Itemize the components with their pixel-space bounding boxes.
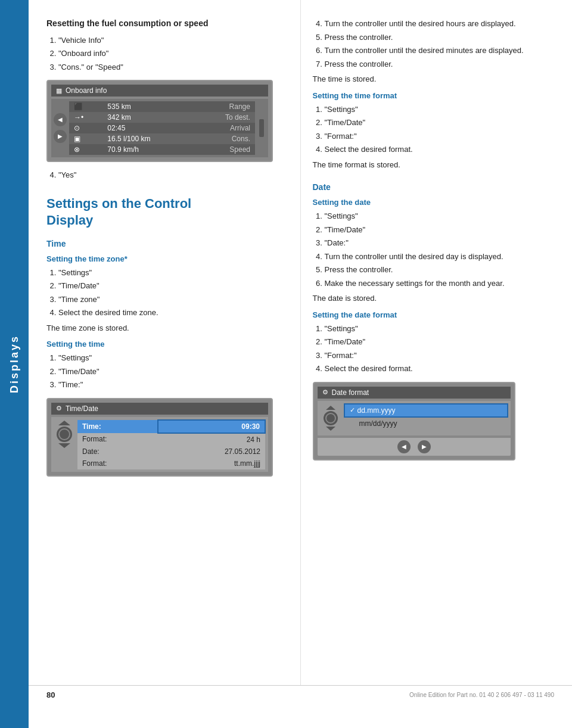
list-item: Select the desired format. <box>325 363 555 375</box>
date-section-heading: Date <box>313 182 555 192</box>
list-item: "Vehicle Info" <box>58 35 288 46</box>
table-row: Format: 24 h <box>77 433 265 446</box>
reset-fuel-steps-cont: "Yes" <box>58 169 288 181</box>
list-item: Turn the controller until the desired ho… <box>325 18 555 30</box>
row-icon: ⬛ <box>69 101 102 112</box>
row-value: 09:30 <box>158 420 265 433</box>
time-format-note: The time format is stored. <box>313 159 555 171</box>
gear-icon: ⚙ <box>56 405 62 412</box>
row-value: 535 km <box>102 101 194 112</box>
reset-fuel-steps: "Vehicle Info" "Onboard info" "Cons." or… <box>58 35 288 73</box>
time-zone-steps: "Settings" "Time/Date" "Time zone" Selec… <box>58 267 288 319</box>
row-label: Format: <box>77 458 158 469</box>
list-item: "Settings" <box>58 352 288 364</box>
screen-titlebar: ▦ Onboard info <box>51 85 268 97</box>
dateformat-option-1: dd.mm.yyyy <box>358 406 396 415</box>
list-item: Select the desired time zone. <box>58 307 288 319</box>
table-row: ⊙ 02:45 Arrival <box>69 123 255 133</box>
dateformat-titlebar: ⚙ Date format <box>318 387 511 399</box>
row-icon: ▣ <box>69 133 102 144</box>
row-value: 27.05.2012 <box>158 446 265 458</box>
screen-title: Onboard info <box>66 86 107 95</box>
time-format-heading: Setting the time format <box>313 91 555 100</box>
setting-date-steps: "Settings" "Time/Date" "Date:" Turn the … <box>325 210 555 289</box>
list-item: Select the desired format. <box>325 144 555 155</box>
nav-right[interactable]: ▶ <box>418 440 431 453</box>
list-item: Turn the controller until the desired mi… <box>325 45 555 57</box>
content-area: Resetting the fuel consumption or speed … <box>29 0 572 728</box>
timedate-titlebar: ⚙ Time/Date <box>51 403 268 415</box>
list-item: "Onboard info" <box>58 48 288 60</box>
date-stored-note: The date is stored. <box>313 293 555 304</box>
date-format-steps: "Settings" "Time/Date" "Format:" Select … <box>325 323 555 375</box>
row-value: tt.mm.jjjj <box>158 458 265 469</box>
timedate-title: Time/Date <box>66 405 98 413</box>
list-item: "Settings" <box>325 323 555 335</box>
nav-up[interactable]: ◀ <box>54 113 67 126</box>
table-row: ▣ 16.5 l/100 km Cons. <box>69 133 255 144</box>
time-stored-note: The time is stored. <box>313 73 555 85</box>
list-item: "Yes" <box>58 169 288 181</box>
setting-date-subheading: Setting the date <box>313 198 555 207</box>
row-label: Range <box>194 101 255 112</box>
sidebar-label: Displays <box>8 335 21 393</box>
table-row: Format: tt.mm.jjjj <box>77 458 265 469</box>
check-icon: ✓ <box>350 406 355 414</box>
table-row: Date: 27.05.2012 <box>77 446 265 458</box>
gear-icon-2: ⚙ <box>322 388 328 396</box>
list-item: "Time/Date" <box>58 366 288 378</box>
right-column: Turn the controller until the desired ho… <box>301 0 573 685</box>
timedate-table: Time: 09:30 Format: 24 h Date: 27.05.201… <box>77 419 266 469</box>
row-value: 70.9 km/h <box>102 144 194 155</box>
setting-time-subheading: Setting the time <box>46 340 288 349</box>
table-row: Time: 09:30 <box>77 420 265 433</box>
onboard-info-screen: ▦ Onboard info ◀ ▶ ⬛ 535 km Range <box>46 80 273 162</box>
dateformat-row-2: mm/dd/yyyy <box>344 418 508 430</box>
list-item: "Date:" <box>325 237 555 249</box>
list-item: "Format:" <box>325 130 555 142</box>
table-row: ⬛ 535 km Range <box>69 101 255 112</box>
list-item: Turn the controller until the desired da… <box>325 251 555 263</box>
list-item: "Format:" <box>325 350 555 362</box>
settings-heading: Settings on the Control Display <box>46 195 288 229</box>
setting-time-steps: "Settings" "Time/Date" "Time:" <box>58 352 288 391</box>
row-value: 02:45 <box>102 123 194 133</box>
row-label: Format: <box>77 433 158 446</box>
row-label: Arrival <box>194 123 255 133</box>
list-item: "Settings" <box>325 104 555 116</box>
row-label: Time: <box>77 420 158 433</box>
list-item: "Time:" <box>58 379 288 391</box>
list-item: "Time zone" <box>58 294 288 306</box>
two-columns: Resetting the fuel consumption or speed … <box>29 0 572 685</box>
time-zone-note: The time zone is stored. <box>46 322 288 334</box>
screen-icon: ▦ <box>56 87 62 95</box>
nav-left[interactable]: ◀ <box>397 440 411 453</box>
setting-time-cont-steps: Turn the controller until the desired ho… <box>325 18 555 70</box>
row-icon: ⊗ <box>69 144 102 155</box>
nav-down[interactable]: ▶ <box>54 130 67 143</box>
row-value: 24 h <box>158 433 265 446</box>
list-item: "Time/Date" <box>325 224 555 236</box>
list-item: Press the controller. <box>325 32 555 43</box>
dateformat-option-2: mm/dd/yyyy <box>359 419 397 428</box>
onboard-table: ⬛ 535 km Range →• 342 km To dest. ⊙ <box>69 101 255 155</box>
list-item: Press the controller. <box>325 264 555 276</box>
table-row: ⊗ 70.9 km/h Speed <box>69 144 255 155</box>
list-item: "Cons." or "Speed" <box>58 61 288 73</box>
time-zone-subheading: Setting the time zone* <box>46 254 288 263</box>
list-item: "Settings" <box>58 267 288 279</box>
list-item: "Time/Date" <box>325 336 555 348</box>
row-label: Speed <box>194 144 255 155</box>
page-container: Displays Resetting the fuel consumption … <box>0 0 572 728</box>
sidebar: Displays <box>0 0 29 728</box>
dateformat-title: Date format <box>332 388 369 397</box>
list-item: Press the controller. <box>325 58 555 70</box>
row-value: 16.5 l/100 km <box>102 133 194 144</box>
row-icon: ⊙ <box>69 123 102 133</box>
time-format-steps: "Settings" "Time/Date" "Format:" Select … <box>325 104 555 155</box>
list-item: Make the necessary settings for the mont… <box>325 278 555 290</box>
timedate-screen: ⚙ Time/Date <box>46 398 273 477</box>
list-item: "Time/Date" <box>325 117 555 129</box>
footer: 80 Online Edition for Part no. 01 40 2 6… <box>29 685 572 704</box>
reset-fuel-title: Resetting the fuel consumption or speed <box>46 18 288 30</box>
